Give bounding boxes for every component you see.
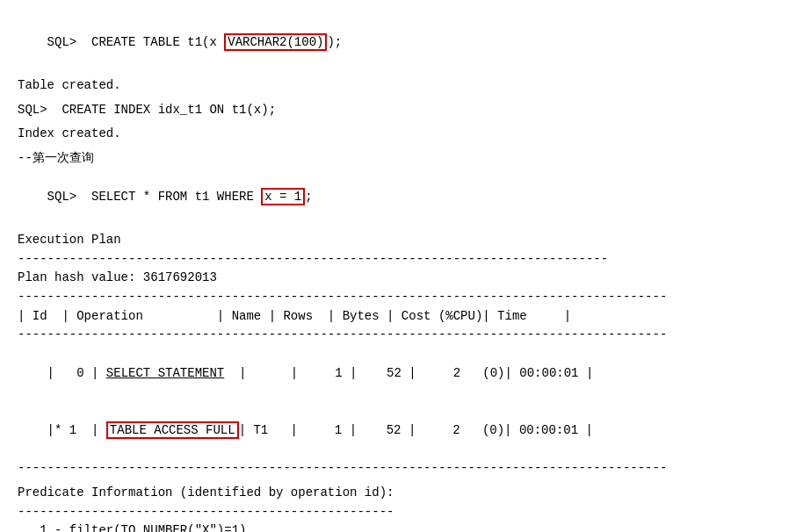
predicate-info-label: Predicate Information (identified by ope… [18, 484, 778, 503]
table-created-line: Table created. [18, 76, 778, 96]
row0-pre: | 0 | [47, 366, 106, 380]
comment-line: --第一次查询 [18, 149, 778, 169]
table-separator3: ----------------------------------------… [18, 459, 778, 478]
select-pre: SQL> SELECT * FROM t1 WHERE [47, 190, 262, 204]
table-access-full-highlight: TABLE ACCESS FULL [106, 421, 239, 439]
table-row-1: |* 1 | TABLE ACCESS FULL| T1 | 1 | 52 | … [18, 402, 778, 459]
table-row-0: | 0 | SELECT STATEMENT | | 1 | 52 | 2 (0… [18, 345, 778, 402]
table-header-row: | Id | Operation | Name | Rows | Bytes |… [18, 307, 778, 327]
table-separator1: ----------------------------------------… [18, 288, 778, 307]
separator1: ----------------------------------------… [18, 250, 778, 270]
row0-end: | | 1 | 52 | 2 (0)| 00:00:01 | [224, 366, 593, 380]
select-line: SQL> SELECT * FROM t1 WHERE x = 1; [18, 169, 778, 226]
create-index-line: SQL> CREATE INDEX idx_t1 ON t1(x); [18, 101, 778, 120]
create-table-end: ); [327, 35, 342, 49]
separator2: ----------------------------------------… [18, 503, 778, 522]
sql-output: SQL> CREATE TABLE t1(x VARCHAR2(100)); T… [18, 14, 778, 532]
create-table-pre: SQL> CREATE TABLE t1(x [47, 35, 225, 49]
filter-line: 1 - filter(TO_NUMBER("X")=1) [18, 521, 778, 532]
select-end: ; [305, 190, 312, 204]
select-statement-text: SELECT STATEMENT [106, 366, 224, 380]
row1-mid: | T1 | 1 | 52 | 2 (0)| 00:00:01 | [239, 423, 593, 437]
execution-plan-label: Execution Plan [18, 231, 778, 250]
plan-hash-line: Plan hash value: 3617692013 [18, 269, 778, 288]
index-created-line: Index created. [18, 125, 778, 144]
table-separator2: ----------------------------------------… [18, 326, 778, 345]
create-table-line: SQL> CREATE TABLE t1(x VARCHAR2(100)); [18, 14, 778, 71]
where-condition-highlight: x = 1 [261, 188, 305, 205]
row1-pre: |* 1 | [47, 423, 106, 437]
varchar2-highlight: VARCHAR2(100) [224, 33, 327, 51]
